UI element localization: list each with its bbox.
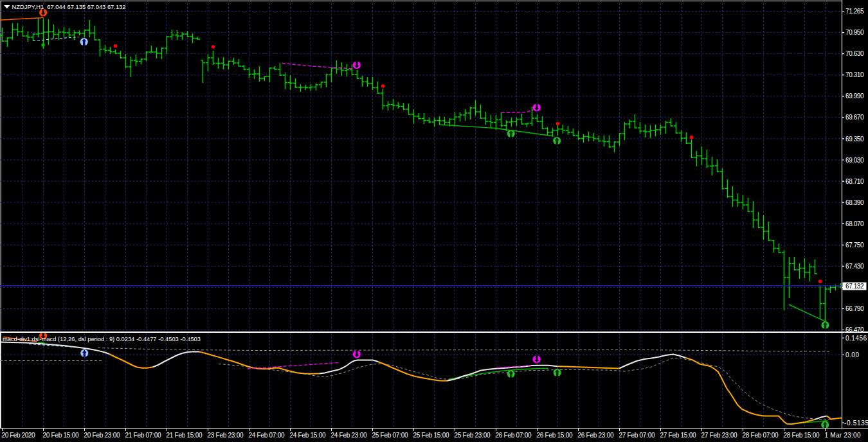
svg-text:21 Feb 15:00: 21 Feb 15:00 bbox=[167, 432, 203, 439]
svg-text:1 Mar 23:00: 1 Mar 23:00 bbox=[825, 432, 861, 439]
svg-text:67.750: 67.750 bbox=[845, 242, 864, 249]
svg-text:26 Feb 07:00: 26 Feb 07:00 bbox=[496, 432, 532, 439]
svg-text:24 Feb 07:00: 24 Feb 07:00 bbox=[249, 432, 285, 439]
svg-text:-0.5135: -0.5135 bbox=[844, 420, 868, 427]
svg-text:25 Feb 15:00: 25 Feb 15:00 bbox=[413, 432, 449, 439]
svg-text:23 Feb 23:00: 23 Feb 23:00 bbox=[208, 432, 244, 439]
svg-text:70.950: 70.950 bbox=[845, 29, 864, 36]
svg-text:28 Feb 15:00: 28 Feb 15:00 bbox=[784, 432, 820, 439]
svg-text:0.1456: 0.1456 bbox=[845, 335, 867, 342]
svg-text:20 Feb 23:00: 20 Feb 23:00 bbox=[84, 432, 120, 439]
svg-text:24 Feb 23:00: 24 Feb 23:00 bbox=[331, 432, 367, 439]
svg-text:macd-div1:dsl-macd (12,26, dsl: macd-div1:dsl-macd (12,26, dsl period : … bbox=[3, 335, 201, 342]
svg-text:71.265: 71.265 bbox=[845, 8, 864, 15]
svg-text:NZDJPY,H1 67.044 67.135 67.04: NZDJPY,H1 67.044 67.135 67.043 67.132 bbox=[12, 3, 126, 10]
svg-text:68.710: 68.710 bbox=[845, 178, 864, 185]
svg-text:67.132: 67.132 bbox=[845, 283, 864, 290]
svg-text:27 Feb 15:00: 27 Feb 15:00 bbox=[660, 432, 696, 439]
svg-text:24 Feb 15:00: 24 Feb 15:00 bbox=[290, 432, 326, 439]
svg-text:70.630: 70.630 bbox=[845, 50, 864, 57]
svg-text:69.670: 69.670 bbox=[845, 114, 864, 121]
svg-text:20 Feb 15:00: 20 Feb 15:00 bbox=[43, 432, 79, 439]
svg-text:27 Feb 07:00: 27 Feb 07:00 bbox=[619, 432, 655, 439]
svg-text:25 Feb 07:00: 25 Feb 07:00 bbox=[372, 432, 408, 439]
svg-text:28 Feb 07:00: 28 Feb 07:00 bbox=[743, 432, 779, 439]
svg-text:26 Feb 23:00: 26 Feb 23:00 bbox=[578, 432, 614, 439]
svg-text:68.070: 68.070 bbox=[845, 220, 864, 227]
svg-text:66.790: 66.790 bbox=[845, 305, 864, 312]
svg-text:20 Feb 2020: 20 Feb 2020 bbox=[2, 432, 35, 439]
svg-text:70.310: 70.310 bbox=[845, 71, 864, 78]
svg-text:69.350: 69.350 bbox=[845, 136, 864, 143]
svg-text:69.990: 69.990 bbox=[845, 93, 864, 100]
svg-text:25 Feb 23:00: 25 Feb 23:00 bbox=[455, 432, 491, 439]
svg-text:26 Feb 15:00: 26 Feb 15:00 bbox=[537, 432, 573, 439]
svg-text:68.390: 68.390 bbox=[845, 199, 864, 206]
svg-text:27 Feb 23:00: 27 Feb 23:00 bbox=[701, 432, 737, 439]
svg-text:69.030: 69.030 bbox=[845, 157, 864, 164]
svg-text:0.00: 0.00 bbox=[845, 351, 859, 358]
svg-text:21 Feb 07:00: 21 Feb 07:00 bbox=[125, 432, 161, 439]
svg-text:67.430: 67.430 bbox=[845, 263, 864, 270]
